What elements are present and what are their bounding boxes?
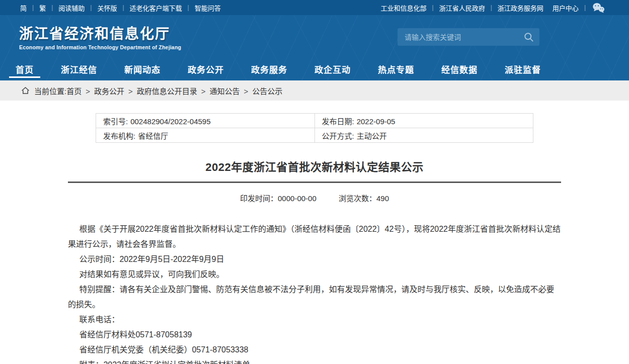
article-paragraph: 特别提醒：请各有关企业及部门警惕、防范有关信息被不法分子利用，如有发现异常情况，… [68, 282, 561, 312]
doc-info-index: 索引号:002482904/2022-04595 [96, 114, 315, 128]
divider: | [188, 4, 189, 11]
topbar-link[interactable]: 繁 [39, 3, 46, 13]
view-count: 浏览次数：490 [339, 194, 389, 203]
doc-info-mode: 公开方式:主动公开 [314, 128, 533, 143]
topbar-link[interactable]: 用户中心 [553, 3, 579, 13]
divider: | [51, 4, 53, 11]
topbar-link[interactable]: 浙江政务服务网 [498, 3, 543, 13]
topbar-link-item: 适老化客户端下载 | [130, 3, 195, 13]
doc-info-row: 索引号:002482904/2022-04595 发布日期:2022-09-05 [96, 114, 533, 128]
doc-info-date-label: 发布日期: [322, 117, 354, 126]
view-count-label: 浏览次数： [339, 194, 376, 203]
doc-info-table: 索引号:002482904/2022-04595 发布日期:2022-09-05… [96, 113, 533, 143]
nav-item[interactable]: 政务服务 [251, 58, 287, 80]
article-paragraph: 省经信厅材料处0571-87058139 [68, 327, 561, 342]
topbar-link-item: 浙江政务服务网 [498, 3, 553, 13]
nav-item-label: 热点专题 [378, 63, 414, 75]
main-nav: 首页 浙江经信 新闻动态 政务公开 政务服务 政企互动 热点专题 经信数据 派驻… [0, 58, 629, 80]
breadcrumb-items: 首页政务公开政府信息公开目录通知公告公告公示 [66, 85, 282, 96]
title-divider [68, 181, 561, 183]
doc-info-mode-label: 公开方式: [322, 132, 354, 140]
topbar-link-item: 工业和信息化部 | [381, 3, 439, 13]
doc-info-date-value: 2022-09-05 [357, 117, 396, 126]
breadcrumb-item[interactable]: 通知公告 [197, 85, 240, 96]
topbar-link-item: 智能问答 [195, 3, 230, 13]
nav-item[interactable]: 政务公开 [188, 58, 224, 80]
divider: | [32, 4, 34, 11]
site-title: 浙江省经济和信息化厅 [19, 23, 181, 43]
site-logo[interactable]: 浙江省经济和信息化厅 Economy and Information Techn… [19, 23, 181, 50]
view-count-value: 490 [376, 194, 389, 203]
article: 2022年度浙江省首批次新材料认定结果公示 印发时间：0000-00-00 浏览… [68, 158, 561, 364]
nav-item[interactable]: 热点专题 [378, 58, 414, 80]
topbar-link-item: 繁 | [39, 3, 58, 13]
topbar: 简 | 繁 | 阅读辅助 | 关怀版 | 适老化客户端下载 | 智能问答 工业和… [0, 0, 629, 15]
topbar-link[interactable]: 关怀版 [97, 3, 117, 13]
topbar-link[interactable]: 工业和信息化部 [381, 3, 427, 13]
breadcrumb-item[interactable]: 公告公示 [240, 85, 283, 96]
topbar-link[interactable]: 智能问答 [195, 3, 221, 13]
article-title: 2022年度浙江省首批次新材料认定结果公示 [68, 158, 561, 174]
divider: | [432, 4, 434, 11]
topbar-left-links: 简 | 繁 | 阅读辅助 | 关怀版 | 适老化客户端下载 | 智能问答 [20, 3, 230, 13]
nav-item-label: 经信数据 [441, 63, 478, 75]
nav-item[interactable]: 首页 [16, 58, 34, 80]
search-box [398, 28, 539, 46]
nav-item-label: 政务公开 [188, 63, 224, 75]
print-time-value: 0000-00-00 [278, 194, 317, 203]
print-time-label: 印发时间： [240, 194, 278, 203]
nav-item[interactable]: 经信数据 [441, 58, 478, 80]
nav-item-label: 首页 [16, 63, 34, 75]
doc-info-row: 发布机构:省经信厅 公开方式:主动公开 [96, 128, 533, 143]
article-paragraph: 联系电话： [68, 312, 561, 327]
breadcrumb-item[interactable]: 政府信息公开目录 [124, 85, 197, 96]
divider: | [491, 4, 492, 11]
divider: | [122, 4, 124, 11]
doc-info-org-label: 发布机构: [103, 132, 135, 140]
wechat-icon[interactable] [592, 3, 605, 13]
doc-info-org-value: 省经信厅 [138, 132, 168, 140]
doc-info-date: 发布日期:2022-09-05 [314, 114, 533, 128]
doc-info-index-value: 002482904/2022-04595 [130, 117, 210, 126]
topbar-link-item: 阅读辅助 | [58, 3, 97, 13]
page-content: 索引号:002482904/2022-04595 发布日期:2022-09-05… [0, 101, 629, 364]
nav-item-label: 派驻监督 [505, 63, 541, 75]
breadcrumb-prefix: 当前位置: [34, 85, 66, 96]
print-time: 印发时间：0000-00-00 [240, 194, 319, 203]
topbar-link[interactable]: 阅读辅助 [58, 3, 85, 13]
topbar-link[interactable]: 简 [20, 3, 27, 13]
topbar-link-item: 用户中心 | [553, 3, 591, 13]
doc-info-org: 发布机构:省经信厅 [96, 128, 315, 143]
breadcrumb-item[interactable]: 政务公开 [82, 85, 124, 96]
nav-item[interactable]: 浙江经信 [61, 58, 97, 80]
search-input[interactable] [398, 28, 539, 46]
article-paragraph: 公示时间：2022年9月5日-2022年9月9日 [68, 252, 561, 267]
nav-item[interactable]: 政企互动 [314, 58, 351, 80]
nav-item[interactable]: 派驻监督 [505, 58, 541, 80]
site-header: 浙江省经济和信息化厅 Economy and Information Techn… [0, 15, 629, 80]
topbar-link-item: 关怀版 | [97, 3, 129, 13]
search-icon[interactable] [524, 32, 534, 42]
article-body: 根据《关于开展2022年度省首批次新材料认定工作的通知》（浙经信材料便函〔202… [68, 222, 561, 364]
nav-item-label: 新闻动态 [124, 63, 161, 75]
topbar-link[interactable]: 适老化客户端下载 [130, 3, 182, 13]
topbar-right: 工业和信息化部 | 浙江省人民政府 | 浙江政务服务网 用户中心 | [381, 3, 605, 13]
topbar-link-item: 简 | [20, 3, 39, 13]
article-paragraph: 附表：2022年度浙江省拟认定首批次新材料清单 [68, 357, 561, 364]
topbar-link-item: 浙江省人民政府 | [439, 3, 498, 13]
divider: | [90, 4, 92, 11]
home-icon[interactable] [21, 86, 30, 95]
nav-item-label: 政企互动 [314, 63, 351, 75]
article-meta: 印发时间：0000-00-00 浏览次数：490 [68, 193, 561, 203]
article-paragraph: 省经信厅机关党委（机关纪委）0571-87053338 [68, 342, 561, 357]
nav-item-label: 政务服务 [251, 63, 287, 75]
divider: | [584, 4, 586, 11]
topbar-right-links: 工业和信息化部 | 浙江省人民政府 | 浙江政务服务网 用户中心 | [381, 3, 591, 13]
breadcrumb-item[interactable]: 首页 [66, 85, 82, 96]
topbar-link[interactable]: 浙江省人民政府 [439, 3, 485, 13]
article-paragraph: 对结果如有意见或异议，可向我们反映。 [68, 267, 561, 282]
doc-info-mode-value: 主动公开 [357, 132, 387, 140]
nav-item[interactable]: 新闻动态 [124, 58, 161, 80]
banner: 浙江省经济和信息化厅 Economy and Information Techn… [0, 15, 629, 58]
breadcrumb: 当前位置: 首页政务公开政府信息公开目录通知公告公告公示 [0, 80, 629, 101]
